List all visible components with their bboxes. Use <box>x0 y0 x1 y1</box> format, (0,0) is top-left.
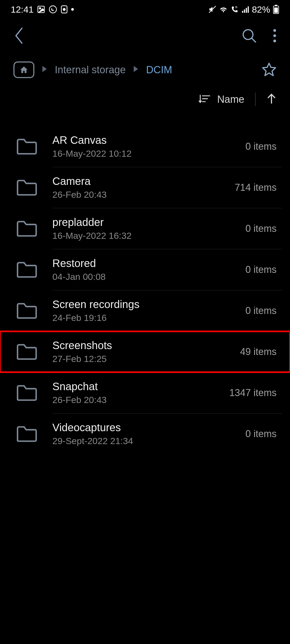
folder-count: 49 items <box>240 346 277 357</box>
svg-point-4 <box>63 8 65 10</box>
folder-list: AR Canvas16-May-2022 10:120 itemsCamera2… <box>0 113 290 454</box>
folder-date: 27-Feb 12:25 <box>52 354 225 364</box>
sort-bar: Name <box>0 86 290 113</box>
folder-date: 29-Sept-2022 21:34 <box>52 436 231 446</box>
folder-name: Screenshots <box>52 339 225 352</box>
folder-count: 714 items <box>235 182 277 193</box>
folder-icon <box>16 138 38 155</box>
folder-icon <box>16 220 38 237</box>
folder-count: 0 items <box>245 428 277 440</box>
chevron-right-icon <box>42 65 47 74</box>
back-button[interactable] <box>13 26 25 46</box>
folder-item[interactable]: Camera26-Feb 20:43714 items <box>0 167 290 208</box>
folder-name: prepladder <box>52 216 231 228</box>
wifi-call-icon <box>230 6 239 13</box>
app-icon <box>60 5 68 14</box>
folder-name: Camera <box>52 175 220 187</box>
breadcrumb-home-button[interactable] <box>13 61 34 78</box>
folder-item[interactable]: Screenshots27-Feb 12:2549 items <box>0 331 290 372</box>
folder-name: Videocaptures <box>52 422 231 434</box>
folder-name: AR Canvas <box>52 134 231 146</box>
folder-name: Restored <box>52 257 231 269</box>
breadcrumb-parent[interactable]: Internal storage <box>55 64 126 76</box>
whatsapp-icon <box>49 5 57 14</box>
battery-icon <box>273 5 279 14</box>
folder-info: Videocaptures29-Sept-2022 21:34 <box>52 422 231 446</box>
svg-line-14 <box>252 38 256 42</box>
folder-item[interactable]: Videocaptures29-Sept-2022 21:340 items <box>0 414 290 454</box>
folder-icon <box>16 261 38 279</box>
status-bar: 12:41 82% <box>0 0 290 19</box>
folder-date: 16-May-2022 10:12 <box>52 148 231 159</box>
app-bar <box>0 19 290 54</box>
svg-point-15 <box>273 29 276 32</box>
folder-item[interactable]: AR Canvas16-May-2022 10:120 items <box>0 126 290 167</box>
svg-rect-8 <box>246 8 247 13</box>
sort-label[interactable]: Name <box>217 94 244 105</box>
sort-direction-button[interactable] <box>266 93 277 106</box>
breadcrumb-current: DCIM <box>146 64 172 76</box>
folder-info: prepladder16-May-2022 16:32 <box>52 216 231 241</box>
folder-date: 24-Feb 19:16 <box>52 313 231 323</box>
folder-item[interactable]: prepladder16-May-2022 16:320 items <box>0 208 290 249</box>
chevron-right-icon <box>133 65 139 74</box>
folder-icon <box>16 302 38 320</box>
notification-dot-icon <box>71 8 74 11</box>
signal-icon <box>242 6 249 13</box>
folder-count: 0 items <box>245 223 277 234</box>
mute-icon <box>208 5 216 13</box>
folder-count: 1347 items <box>229 387 277 398</box>
folder-icon <box>16 343 38 361</box>
svg-rect-12 <box>274 8 278 13</box>
svg-point-1 <box>39 8 41 9</box>
svg-point-2 <box>49 6 57 13</box>
svg-point-17 <box>273 39 276 42</box>
folder-info: Snapchat26-Feb 20:43 <box>52 380 215 405</box>
wifi-icon <box>219 6 228 13</box>
svg-rect-7 <box>244 9 245 13</box>
divider <box>255 93 256 106</box>
folder-info: Camera26-Feb 20:43 <box>52 175 220 200</box>
folder-info: Screenshots27-Feb 12:25 <box>52 339 225 364</box>
svg-point-16 <box>273 34 276 37</box>
folder-item[interactable]: Screen recordings24-Feb 19:160 items <box>0 290 290 331</box>
status-time: 12:41 <box>11 4 34 15</box>
more-button[interactable] <box>273 29 277 44</box>
folder-item[interactable]: Restored04-Jan 00:080 items <box>0 249 290 290</box>
status-left: 12:41 <box>11 4 74 15</box>
folder-name: Screen recordings <box>52 298 231 310</box>
status-right: 82% <box>208 4 279 15</box>
folder-date: 16-May-2022 16:32 <box>52 230 231 241</box>
folder-count: 0 items <box>245 141 277 152</box>
folder-count: 0 items <box>245 305 277 316</box>
folder-date: 04-Jan 00:08 <box>52 272 231 282</box>
favorite-button[interactable] <box>262 62 277 78</box>
breadcrumb: Internal storage DCIM <box>0 54 290 86</box>
folder-info: Restored04-Jan 00:08 <box>52 257 231 282</box>
folder-item[interactable]: Snapchat26-Feb 20:431347 items <box>0 372 290 413</box>
folder-count: 0 items <box>245 264 277 275</box>
svg-rect-9 <box>248 6 249 13</box>
picture-icon <box>37 5 45 14</box>
sort-icon[interactable] <box>199 94 211 105</box>
search-button[interactable] <box>242 28 257 44</box>
folder-name: Snapchat <box>52 380 215 393</box>
folder-icon <box>16 384 38 402</box>
folder-icon <box>16 425 38 443</box>
svg-rect-6 <box>242 11 243 13</box>
folder-info: Screen recordings24-Feb 19:16 <box>52 298 231 323</box>
folder-icon <box>16 179 38 196</box>
folder-date: 26-Feb 20:43 <box>52 189 220 200</box>
folder-date: 26-Feb 20:43 <box>52 395 215 405</box>
folder-info: AR Canvas16-May-2022 10:12 <box>52 134 231 159</box>
battery-percent: 82% <box>252 4 270 15</box>
